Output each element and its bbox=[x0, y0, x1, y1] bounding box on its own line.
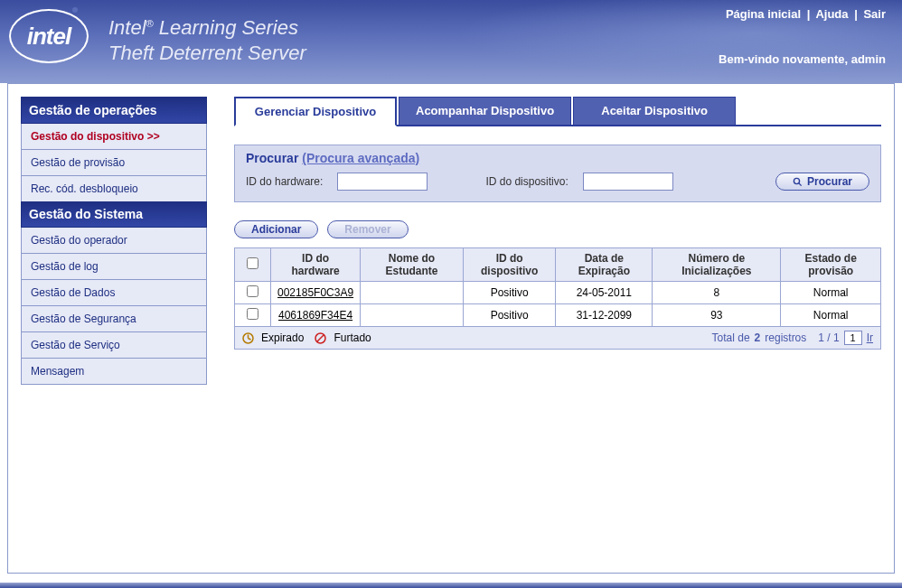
search-title: Procurar bbox=[246, 151, 302, 165]
add-button[interactable]: Adicionar bbox=[234, 220, 318, 238]
dev-id-input[interactable] bbox=[583, 173, 673, 191]
tab[interactable]: Acompanhar Dispositivo bbox=[399, 97, 571, 125]
column-header: ID do hardware bbox=[271, 248, 361, 282]
search-panel: Procurar (Procura avançada) ID do hardwa… bbox=[234, 145, 881, 202]
go-link[interactable]: Ir bbox=[867, 331, 873, 344]
svg-point-0 bbox=[794, 178, 799, 183]
expired-icon bbox=[242, 332, 254, 344]
legend-expired-label: Expirado bbox=[261, 331, 304, 344]
table-cell: Normal bbox=[781, 282, 881, 304]
home-link[interactable]: Página inicial bbox=[726, 7, 801, 21]
column-header: Estado de provisão bbox=[781, 248, 881, 282]
svg-line-1 bbox=[799, 182, 802, 185]
device-table: ID do hardwareNome do EstudanteID do dis… bbox=[234, 247, 881, 327]
column-header: Data de Expiração bbox=[556, 248, 653, 282]
total-suffix: registros bbox=[765, 331, 806, 344]
table-cell: 93 bbox=[653, 304, 781, 327]
dev-id-label: ID do dispositivo: bbox=[485, 175, 568, 188]
hw-id-link[interactable]: 4061869F34E4 bbox=[271, 304, 361, 327]
table-cell: 8 bbox=[653, 282, 781, 304]
stolen-icon bbox=[315, 332, 326, 344]
title-suffix: Learning Series bbox=[154, 16, 298, 39]
sidebar-item[interactable]: Rec. cód. desbloqueio bbox=[21, 176, 207, 202]
table-cell: Positivo bbox=[463, 282, 555, 304]
sidebar-item[interactable]: Gestão do dispositivo >> bbox=[21, 124, 207, 150]
select-all-checkbox[interactable] bbox=[247, 257, 258, 269]
page-info: 1 / 1 bbox=[818, 331, 839, 344]
top-links: Página inicial | Ajuda | Sair bbox=[726, 7, 886, 21]
help-link[interactable]: Ajuda bbox=[815, 7, 848, 21]
column-header: Nome do Estudante bbox=[361, 248, 464, 282]
add-button-label: Adicionar bbox=[251, 223, 301, 236]
total-prefix: Total de bbox=[712, 331, 750, 344]
sidebar-item[interactable]: Gestão de Dados bbox=[21, 280, 207, 306]
row-checkbox[interactable] bbox=[247, 308, 258, 320]
title-registered: ® bbox=[146, 18, 154, 29]
sidebar-item[interactable]: Gestão de Serviço bbox=[21, 332, 207, 359]
app-subtitle: Theft Deterrent Server bbox=[108, 42, 306, 65]
sidebar-item[interactable]: Gestão do operador bbox=[21, 228, 207, 254]
app-header: intel Intel® Learning Series Theft Deter… bbox=[0, 0, 902, 83]
remove-button-label: Remover bbox=[344, 223, 390, 236]
advanced-search-link[interactable]: (Procura avançada) bbox=[302, 151, 419, 165]
separator: | bbox=[854, 7, 858, 21]
column-header: ID do dispositivo bbox=[463, 248, 555, 282]
table-row: 4061869F34E4Positivo31-12-209993Normal bbox=[235, 304, 881, 327]
hw-id-input[interactable] bbox=[337, 173, 428, 191]
legend-stolen-label: Furtado bbox=[334, 331, 371, 344]
column-header: Número de Inicializações bbox=[653, 248, 781, 282]
table-cell: Normal bbox=[781, 304, 881, 327]
table-row: 002185F0C3A9Positivo24-05-20118Normal bbox=[235, 282, 881, 304]
table-cell: Positivo bbox=[463, 304, 555, 327]
tab[interactable]: Gerenciar Dispositivo bbox=[234, 97, 397, 126]
intel-logo-icon: intel bbox=[9, 9, 89, 63]
table-cell: 31-12-2099 bbox=[556, 304, 653, 327]
row-checkbox-cell bbox=[235, 282, 271, 304]
row-checkbox-cell bbox=[235, 304, 271, 327]
logo: intel bbox=[9, 9, 89, 63]
svg-line-4 bbox=[249, 338, 251, 340]
sidebar-item[interactable]: Gestão de Segurança bbox=[21, 306, 207, 332]
sidebar-item[interactable]: Gestão de log bbox=[21, 254, 207, 280]
hw-id-label: ID do hardware: bbox=[246, 175, 323, 188]
search-button[interactable]: Procurar bbox=[775, 173, 869, 191]
bottom-bar bbox=[0, 583, 902, 588]
sidebar-item[interactable]: Mensagem bbox=[21, 359, 207, 385]
search-button-label: Procurar bbox=[807, 175, 852, 188]
welcome-prefix: Bem-vindo novamente, bbox=[719, 52, 851, 66]
logo-text: intel bbox=[27, 23, 70, 51]
row-checkbox[interactable] bbox=[247, 285, 258, 297]
welcome-message: Bem-vindo novamente, admin bbox=[719, 52, 886, 66]
table-cell bbox=[361, 304, 464, 327]
nav-section-header: Gestão de operações bbox=[21, 97, 207, 124]
remove-button[interactable]: Remover bbox=[327, 220, 408, 238]
table-cell: 24-05-2011 bbox=[556, 282, 653, 304]
separator: | bbox=[807, 7, 811, 21]
tabs: Gerenciar DispositivoAcompanhar Disposit… bbox=[234, 97, 881, 126]
title-brand: Intel bbox=[108, 16, 146, 39]
search-icon bbox=[793, 177, 803, 187]
sidebar: Gestão de operaçõesGestão do dispositivo… bbox=[21, 97, 207, 560]
table-cell bbox=[361, 282, 464, 304]
nav-section-header: Gestão do Sistema bbox=[21, 201, 207, 228]
column-header bbox=[235, 248, 271, 282]
main-content: Gerenciar DispositivoAcompanhar Disposit… bbox=[207, 97, 881, 560]
welcome-user: admin bbox=[851, 52, 886, 66]
sidebar-item[interactable]: Gestão de provisão bbox=[21, 150, 207, 176]
total-count: 2 bbox=[755, 331, 761, 344]
app-title-block: Intel® Learning Series Theft Deterrent S… bbox=[108, 16, 306, 65]
action-buttons: Adicionar Remover bbox=[234, 220, 881, 238]
table-footer: Expirado Furtado Total de 2 registros 1 … bbox=[234, 327, 881, 350]
hw-id-link[interactable]: 002185F0C3A9 bbox=[271, 282, 361, 304]
svg-line-6 bbox=[317, 335, 324, 341]
tab[interactable]: Aceitar Dispositivo bbox=[573, 97, 736, 125]
exit-link[interactable]: Sair bbox=[863, 7, 886, 21]
page-input[interactable] bbox=[844, 331, 862, 345]
